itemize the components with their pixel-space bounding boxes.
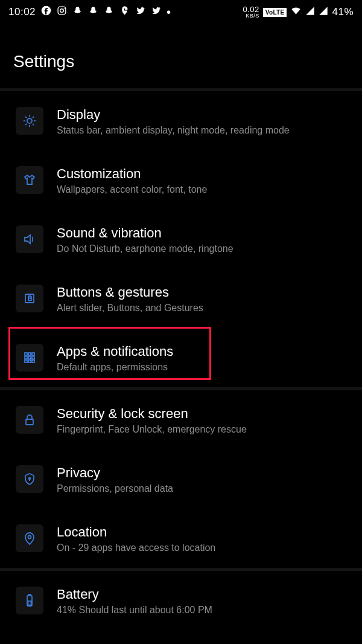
battery-icon xyxy=(16,587,43,614)
status-bar: 10:02 • 0.02 KB/S VoLTE 41% xyxy=(0,0,362,23)
item-title: Sound & vibration xyxy=(57,225,233,242)
item-subtitle: Permissions, personal data xyxy=(57,483,173,494)
item-title: Apps & notifications xyxy=(57,343,173,360)
settings-item-buttons[interactable]: Buttons & gesturesAlert slider, Buttons,… xyxy=(0,269,362,328)
item-title: Privacy xyxy=(57,465,173,481)
settings-item-display[interactable]: DisplayStatus bar, ambient display, nigh… xyxy=(0,91,362,150)
settings-item-security[interactable]: Security & lock screenFingerprint, Face … xyxy=(0,390,362,449)
signal-icon xyxy=(319,6,328,19)
speaker-icon xyxy=(16,225,43,253)
instagram-icon xyxy=(57,5,67,19)
item-subtitle: Do Not Disturb, earphone mode, ringtone xyxy=(57,243,233,254)
grid-icon xyxy=(16,344,43,372)
b-square-icon xyxy=(16,285,43,312)
snapchat-icon xyxy=(104,5,114,19)
brightness-icon xyxy=(16,107,43,135)
wifi-icon xyxy=(290,5,302,19)
item-title: Location xyxy=(57,524,215,541)
svg-point-3 xyxy=(64,8,65,9)
item-subtitle: 41% Should last until about 6:00 PM xyxy=(57,605,212,616)
battery-percent: 41% xyxy=(332,6,354,18)
status-time: 10:02 xyxy=(8,6,36,18)
item-subtitle: Default apps, permissions xyxy=(57,362,173,373)
item-title: Display xyxy=(57,106,290,123)
twitter-icon xyxy=(135,5,145,19)
snapchat-icon xyxy=(88,5,98,19)
item-subtitle: Wallpapers, accent color, font, tone xyxy=(57,184,207,195)
settings-item-privacy[interactable]: PrivacyPermissions, personal data xyxy=(0,449,362,509)
item-subtitle: Fingerprint, Face Unlock, emergency resc… xyxy=(57,424,247,435)
svg-point-2 xyxy=(60,9,64,13)
item-subtitle: Status bar, ambient display, night mode,… xyxy=(57,125,290,136)
item-subtitle: Alert slider, Buttons, and Gestures xyxy=(57,303,203,314)
item-title: Battery xyxy=(57,586,212,603)
settings-item-battery[interactable]: Battery41% Should last until about 6:00 … xyxy=(0,571,362,630)
item-title: Customization xyxy=(57,166,207,182)
settings-item-sound[interactable]: Sound & vibrationDo Not Disturb, earphon… xyxy=(0,210,362,269)
settings-item-apps[interactable]: Apps & notificationsDefault apps, permis… xyxy=(0,328,362,387)
status-left: 10:02 • xyxy=(8,5,171,19)
network-speed: 0.02 KB/S xyxy=(243,5,259,19)
signal-icon xyxy=(305,6,315,19)
shirt-icon xyxy=(16,166,43,194)
pin-icon xyxy=(16,524,43,552)
settings-list: DisplayStatus bar, ambient display, nigh… xyxy=(0,91,362,630)
item-title: Buttons & gestures xyxy=(57,284,203,301)
status-right: 0.02 KB/S VoLTE 41% xyxy=(243,5,354,19)
facebook-icon xyxy=(41,5,51,19)
settings-item-location[interactable]: LocationOn - 29 apps have access to loca… xyxy=(0,509,362,568)
settings-item-customization[interactable]: CustomizationWallpapers, accent color, f… xyxy=(0,150,362,210)
volte-badge: VoLTE xyxy=(263,8,287,17)
swiggy-icon xyxy=(119,5,130,19)
snapchat-icon xyxy=(72,5,83,19)
page-title: Settings xyxy=(0,23,362,88)
shield-icon xyxy=(16,465,43,493)
twitter-icon xyxy=(151,5,161,19)
item-title: Security & lock screen xyxy=(57,405,247,422)
item-subtitle: On - 29 apps have access to location xyxy=(57,543,215,553)
lock-icon xyxy=(16,406,43,434)
